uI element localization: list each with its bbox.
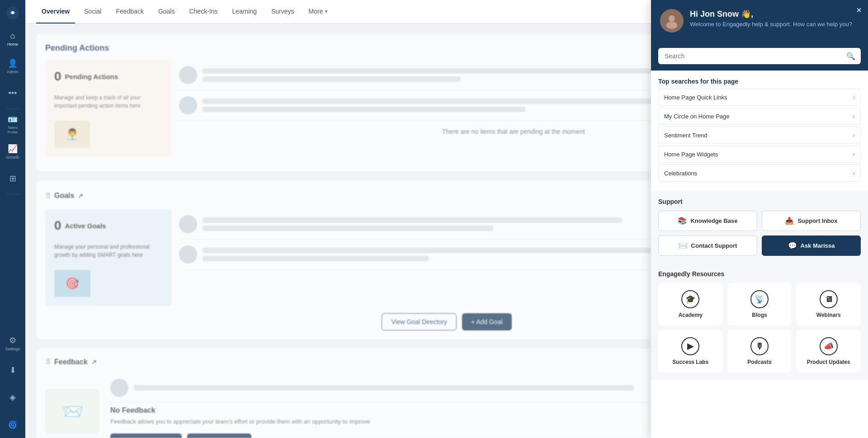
resources-section-title: Engagedly Resources xyxy=(658,270,861,278)
resource-podcasts[interactable]: 🎙 Podcasts xyxy=(727,330,792,372)
tab-social[interactable]: Social xyxy=(79,0,107,24)
request-feedback-button[interactable]: Request Feedback xyxy=(110,433,182,438)
help-search-wrap: 🔍 xyxy=(651,42,868,71)
chevron-right-icon-1: › xyxy=(853,113,855,120)
chevron-right-icon-2: › xyxy=(853,132,855,139)
resource-academy[interactable]: 🎓 Academy xyxy=(658,283,723,325)
broadcast-icon: 📡 xyxy=(750,290,769,308)
settings-icon: ⚙ xyxy=(9,335,16,345)
top-searches-title: Top searches for this page xyxy=(658,78,861,85)
sidebar-item-download[interactable]: ⬇ xyxy=(0,357,25,384)
search-item-my-circle-on-home-page[interactable]: My Circle on Home Page › xyxy=(658,108,861,125)
sidebar-item-settings[interactable]: ⚙ Settings xyxy=(0,330,25,357)
graduation-icon: 🎓 xyxy=(681,290,699,308)
goals-drag-handle[interactable]: ⠿ xyxy=(45,192,51,200)
ask-marissa-button[interactable]: 💬 Ask Marissa xyxy=(762,235,861,256)
tab-overview[interactable]: Overview xyxy=(36,0,75,24)
megaphone-icon: 📣 xyxy=(820,337,838,355)
pending-title: Pending Actions xyxy=(65,73,118,80)
growth-icon: 📈 xyxy=(8,144,18,154)
sidebar-divider-2 xyxy=(6,194,19,194)
resource-success-labs[interactable]: ▶ Success Labs xyxy=(658,330,723,372)
download-icon: ⬇ xyxy=(9,365,16,375)
pending-count: 0 xyxy=(54,69,61,84)
svg-point-1 xyxy=(11,11,14,14)
tab-feedback[interactable]: Feedback xyxy=(110,0,149,24)
sidebar-item-more[interactable]: ••• xyxy=(0,80,25,107)
sidebar-item-home[interactable]: ⌂ Home xyxy=(0,25,25,52)
sidebar-item-talent-profile[interactable]: 🪪 TalentProfile xyxy=(0,111,25,138)
chevron-right-icon-3: › xyxy=(853,151,855,158)
tab-learning[interactable]: Learning xyxy=(227,0,263,24)
search-icon: 🔍 xyxy=(846,52,855,61)
help-search-input[interactable] xyxy=(658,48,861,64)
chevron-right-icon-0: › xyxy=(853,94,855,101)
talent-icon: 🪪 xyxy=(8,114,18,124)
help-close-button[interactable]: × xyxy=(856,5,862,14)
app-logo[interactable] xyxy=(0,0,25,25)
knowledge-base-button[interactable]: 📚 Knowledge Base xyxy=(658,211,757,231)
sidebar-item-growth[interactable]: 📈 Growth xyxy=(0,138,25,165)
goals-title: Goals xyxy=(54,192,74,200)
tab-goals[interactable]: Goals xyxy=(153,0,180,24)
book-icon: 📚 xyxy=(678,217,687,225)
help-support-section: Support 📚 Knowledge Base 📥 Support Inbox… xyxy=(651,191,868,263)
feedback-image: 📨 xyxy=(45,389,99,434)
help-header: Hi Jon Snow 👋, Welcome to Engagedly help… xyxy=(651,0,868,42)
sidebar-item-admin[interactable]: 👤 Admin xyxy=(0,52,25,80)
resource-blogs[interactable]: 📡 Blogs xyxy=(727,283,792,325)
email-icon: ✉️ xyxy=(679,241,688,250)
tab-check-ins[interactable]: Check-Ins xyxy=(184,0,223,24)
add-goal-button[interactable]: + Add Goal xyxy=(462,313,512,330)
sidebar-talent-label: TalentProfile xyxy=(8,126,18,134)
help-search-container: 🔍 xyxy=(658,48,861,64)
goals-link-icon[interactable]: ↗ xyxy=(78,192,83,199)
search-item-sentiment-trend[interactable]: Sentiment Trend › xyxy=(658,127,861,144)
sidebar: ⌂ Home 👤 Admin ••• 🪪 TalentProfile 📈 Gro… xyxy=(0,0,25,438)
help-greeting-name: Hi Jon Snow 👋, xyxy=(690,9,859,19)
resource-webinars[interactable]: 🖥 Webinars xyxy=(796,283,861,325)
resource-product-updates[interactable]: 📣 Product Updates xyxy=(796,330,861,372)
goals-header-left: ⠿ Goals ↗ xyxy=(45,192,83,200)
grid-icon: ⊞ xyxy=(9,174,16,184)
feedback-header-left: ⠿ Feedback ↗ xyxy=(45,358,97,366)
more-icon: ••• xyxy=(9,89,17,98)
feedback-link-icon[interactable]: ↗ xyxy=(91,358,97,366)
video-icon: 🖥 xyxy=(820,290,838,308)
support-section-title: Support xyxy=(658,198,861,205)
sidebar-growth-label: Growth xyxy=(6,155,19,160)
sidebar-item-logo-bottom[interactable]: 🌀 xyxy=(0,411,25,438)
config-icon: ◈ xyxy=(9,392,16,402)
help-top-searches: Top searches for this page Home Page Qui… xyxy=(651,71,868,191)
resources-grid: 🎓 Academy 📡 Blogs 🖥 Webinars ▶ Success L… xyxy=(658,283,861,372)
play-icon: ▶ xyxy=(681,337,699,355)
feedback-drag-handle[interactable]: ⠿ xyxy=(45,358,51,366)
sidebar-item-config[interactable]: ◈ xyxy=(0,384,25,411)
view-goal-directory-button[interactable]: View Goal Directory xyxy=(382,313,456,330)
search-item-home-page-widgets[interactable]: Home Page Widgets › xyxy=(658,146,861,163)
home-icon: ⌂ xyxy=(10,31,15,41)
help-avatar xyxy=(660,9,684,33)
podcast-icon: 🎙 xyxy=(750,337,769,355)
chevron-right-icon-4: › xyxy=(853,170,855,177)
chat-icon: 💬 xyxy=(788,241,797,250)
help-greeting: Hi Jon Snow 👋, Welcome to Engagedly help… xyxy=(690,9,859,28)
sidebar-divider xyxy=(6,108,19,109)
sidebar-item-home-label: Home xyxy=(7,42,18,47)
help-greeting-sub: Welcome to Engagedly help & support. How… xyxy=(690,21,859,28)
admin-icon: 👤 xyxy=(8,58,18,68)
inbox-icon: 📥 xyxy=(785,217,794,225)
support-inbox-button[interactable]: 📥 Support Inbox xyxy=(762,211,861,231)
contact-support-button[interactable]: ✉️ Contact Support xyxy=(658,235,757,256)
goals-card-description: Manage your personal and professional gr… xyxy=(54,243,163,259)
search-item-home-page-quick-links[interactable]: Home Page Quick Links › xyxy=(658,89,861,106)
svg-point-3 xyxy=(666,22,677,29)
svg-point-2 xyxy=(669,15,675,22)
sidebar-settings-label: Settings xyxy=(5,347,20,351)
share-feedback-button[interactable]: Share Feedback xyxy=(187,433,252,438)
sidebar-item-grid[interactable]: ⊞ xyxy=(0,165,25,192)
tab-more[interactable]: More ▾ xyxy=(303,0,334,24)
search-item-celebrations[interactable]: Celebrations › xyxy=(658,165,861,182)
help-resources-section: Engagedly Resources 🎓 Academy 📡 Blogs 🖥 … xyxy=(651,263,868,380)
tab-surveys[interactable]: Surveys xyxy=(266,0,300,24)
